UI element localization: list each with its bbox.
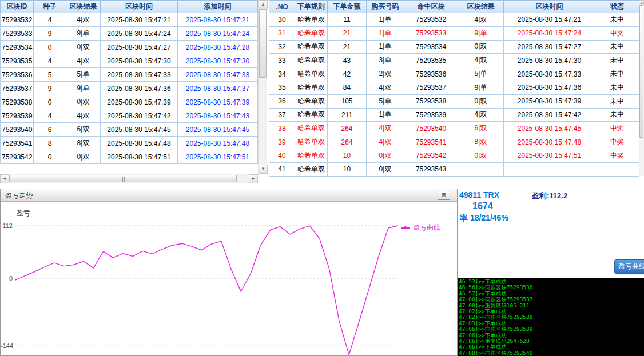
app-root: { "icons": { "scroll_up": "▲", "scroll_d… <box>0 0 644 356</box>
window-title: 盈亏走势 <box>1 191 33 199</box>
cell-id: 75293535 <box>1 54 34 68</box>
cell-seed: 8 <box>34 137 66 150</box>
table-row[interactable]: 7529353400|双2025-08-30 15:47:272025-08-3… <box>1 41 258 54</box>
cell-number: 3|单 <box>367 54 404 67</box>
column-header[interactable]: 状态 <box>595 1 639 13</box>
cell-rule: 哈希单双 <box>295 162 328 176</box>
cell-block: 75293534 <box>404 40 458 54</box>
column-header[interactable]: 区块ID <box>1 1 34 13</box>
table-row[interactable]: 41哈希单双100|双75293543 <box>269 162 639 176</box>
cell-number: 0|双 <box>367 149 404 162</box>
cell-block: 75293538 <box>404 94 458 108</box>
cell-time: 2025-08-30 15:47:27 <box>504 40 595 54</box>
cell-id: 75293540 <box>1 123 34 137</box>
table-row[interactable]: 40哈希单双100|双752935420|双2025-08-30 15:47:5… <box>269 149 639 162</box>
cell-number: 4|双 <box>367 122 404 135</box>
collapse-icon: ⊠ <box>442 192 446 198</box>
cell-rule: 哈希单双 <box>295 108 328 122</box>
cell-time: 2025-08-30 15:47:48 <box>504 135 595 149</box>
cell-time: 2025-08-30 15:47:33 <box>504 67 595 81</box>
cell-number: 1|单 <box>367 26 404 40</box>
table-row[interactable]: 7529354200|双2025-08-30 15:47:512025-08-3… <box>1 150 258 164</box>
table-row[interactable]: 38哈希单双2644|双752935406|双2025-08-30 15:47:… <box>269 122 639 135</box>
vertical-scrollbar-thumb[interactable] <box>639 5 643 138</box>
cell-amount: 10 <box>328 162 367 176</box>
cell-rule: 哈希单双 <box>295 122 328 135</box>
scroll-left-icon[interactable]: ◄ <box>0 174 9 183</box>
column-header[interactable]: 购买号码 <box>367 1 404 13</box>
table-row[interactable]: 39哈希单双2644|双752935418|双2025-08-30 15:47:… <box>269 135 639 149</box>
cell-block_time: 2025-08-30 15:47:30 <box>101 54 178 68</box>
column-header[interactable]: .NO <box>269 1 295 13</box>
table-row[interactable]: 34哈希单双422|双752935365|单2025-08-30 15:47:3… <box>269 67 639 81</box>
table-row[interactable]: 31哈希单双211|单752935339|单2025-08-30 15:47:2… <box>269 26 639 40</box>
cell-seed: 4 <box>34 13 66 27</box>
table-row[interactable]: 7529354188|双2025-08-30 15:47:482025-08-3… <box>1 137 258 150</box>
cell-amount: 11 <box>328 13 367 27</box>
cell-no: 39 <box>269 135 295 149</box>
scroll-up-icon[interactable]: ▲ <box>259 0 268 9</box>
table-row[interactable]: 7529353799|单2025-08-30 15:47:362025-08-3… <box>1 82 258 95</box>
column-header[interactable]: 命中区块 <box>404 1 458 13</box>
table-row[interactable]: 30哈希单双111|单752935324|双2025-08-30 15:47:2… <box>269 13 639 27</box>
column-header[interactable]: 添加时间 <box>178 1 258 13</box>
window-titlebar[interactable]: 盈亏走势 ⊠ <box>1 189 457 202</box>
column-header[interactable]: 下单金额 <box>328 1 367 13</box>
cell-result: 0|双 <box>66 150 101 164</box>
chart-legend: 盈亏曲线 <box>401 223 440 233</box>
blocks-table-header-row: 区块ID种子区块结果区块时间添加时间 <box>1 1 258 13</box>
table-row[interactable]: 7529353800|双2025-08-30 15:47:392025-08-3… <box>1 95 258 109</box>
cell-number: 5|单 <box>367 94 404 108</box>
blocks-horizontal-scrollbar[interactable]: ◄ ► <box>0 174 258 183</box>
cell-status: 中奖 <box>595 26 639 40</box>
column-header[interactable]: 区块结果 <box>458 1 504 13</box>
table-row[interactable]: 7529354066|双2025-08-30 15:47:452025-08-3… <box>1 123 258 137</box>
horizontal-scrollbar-thumb[interactable] <box>9 175 237 182</box>
table-row[interactable]: 7529353399|单2025-08-30 15:47:242025-08-3… <box>1 27 258 41</box>
table-row[interactable]: 7529353944|双2025-08-30 15:47:422025-08-3… <box>1 109 258 123</box>
column-header[interactable]: 种子 <box>34 1 66 13</box>
column-header[interactable]: 区块时间 <box>504 1 595 13</box>
scroll-up-icon[interactable]: ▲ <box>639 0 644 5</box>
column-header[interactable]: 区块时间 <box>101 1 178 13</box>
cell-add_time: 2025-08-30 15:47:48 <box>178 137 258 150</box>
scroll-down-icon[interactable]: ▼ <box>259 165 268 174</box>
profit-curve-button[interactable]: 盈亏曲线 <box>614 259 644 274</box>
cell-add_time: 2025-08-30 15:47:33 <box>178 68 258 82</box>
scrollbar-grip-icon <box>121 177 126 182</box>
cell-result: 9|单 <box>458 26 504 40</box>
cell-no: 30 <box>269 13 295 27</box>
cell-status: 未中 <box>595 13 639 27</box>
table-row[interactable]: 7529353244|双2025-08-30 15:47:212025-08-3… <box>1 13 258 27</box>
stats-panel: 49811 TRX 盈利:112.2 1674 率 18/21/46% 盈亏曲线 <box>458 189 644 278</box>
table-row[interactable]: 36哈希单双1055|单752935380|双2025-08-30 15:47:… <box>269 94 639 108</box>
cell-result: 6|双 <box>458 122 504 135</box>
orders-vertical-scrollbar[interactable]: ▲ <box>639 0 644 176</box>
cell-rule: 哈希单双 <box>295 81 328 94</box>
orders-table: .NO下单规则下单金额购买号码命中区块区块结果区块时间状态 30哈希单双111|… <box>269 0 639 177</box>
table-row[interactable]: 32哈希单双211|单752935340|双2025-08-30 15:47:2… <box>269 40 639 54</box>
collapse-button[interactable]: ⊠ <box>438 191 450 200</box>
cell-number: 1|单 <box>367 40 404 54</box>
table-row[interactable]: 7529353655|单2025-08-30 15:47:332025-08-3… <box>1 68 258 82</box>
cell-block: 75293542 <box>404 149 458 162</box>
table-row[interactable]: 35哈希单双844|双752935379|单2025-08-30 15:47:3… <box>269 81 639 94</box>
cell-time: 2025-08-30 15:47:30 <box>504 54 595 67</box>
cell-rule: 哈希单双 <box>295 149 328 162</box>
cell-add_time: 2025-08-30 15:47:51 <box>178 150 258 164</box>
cell-time: 2025-08-30 15:47:51 <box>504 149 595 162</box>
table-row[interactable]: 7529353544|双2025-08-30 15:47:302025-08-3… <box>1 54 258 68</box>
cell-rule: 哈希单双 <box>295 13 328 27</box>
column-header[interactable]: 下单规则 <box>295 1 328 13</box>
column-header[interactable]: 区块结果 <box>66 1 101 13</box>
blocks-vertical-scrollbar[interactable]: ▲ ▼ <box>258 0 267 174</box>
legend-label: 盈亏曲线 <box>413 223 440 233</box>
vertical-scrollbar-thumb[interactable] <box>259 9 267 78</box>
table-row[interactable]: 37哈希单双2111|单752935394|双2025-08-30 15:47:… <box>269 108 639 122</box>
scroll-right-icon[interactable]: ► <box>249 174 258 183</box>
table-row[interactable]: 33哈希单双433|单752935354|双2025-08-30 15:47:3… <box>269 54 639 67</box>
cell-number: 1|单 <box>367 13 404 27</box>
cell-time: 2025-08-30 15:47:45 <box>504 122 595 135</box>
cell-time: 2025-08-30 15:47:39 <box>504 94 595 108</box>
cell-status: 未中 <box>595 54 639 67</box>
